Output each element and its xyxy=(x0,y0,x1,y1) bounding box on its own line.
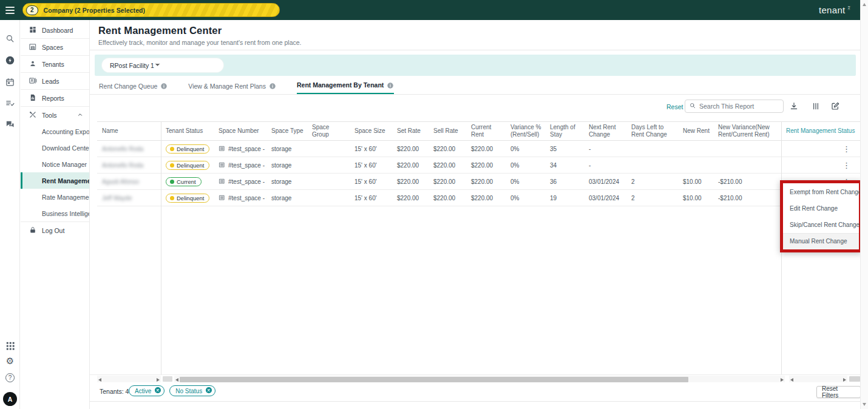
center-scrollbar[interactable] xyxy=(174,376,785,382)
filter-chips: ActiveNo Status xyxy=(129,385,215,396)
tab-rent-management-by-tenant[interactable]: Rent Management By Tenant xyxy=(297,81,394,95)
columns-icon[interactable] xyxy=(811,101,821,111)
reset-filters-button[interactable]: Reset Filters xyxy=(816,386,861,398)
apps-grid-icon[interactable] xyxy=(5,340,15,351)
cell-set_rate: $220.00 xyxy=(392,190,429,206)
cell-space_type: storage xyxy=(266,174,307,189)
cell-space_group xyxy=(307,157,350,173)
report-search-input[interactable] xyxy=(699,103,779,110)
scrollbar-thumb[interactable] xyxy=(849,376,860,382)
column-header-next_rent_change[interactable]: Next Rent Change xyxy=(584,122,626,140)
company-property-selector[interactable]: 2 Company (2 Properties Selected) xyxy=(22,3,280,17)
reset-link[interactable]: Reset xyxy=(666,103,683,110)
column-header-days_left[interactable]: Days Left to Rent Change xyxy=(626,122,678,140)
sidebar-item-rent-management[interactable]: Rent Management xyxy=(21,172,89,189)
sidebar-item-rate-management[interactable]: Rate Management xyxy=(21,189,89,205)
sidebar-item-spaces[interactable]: Spaces xyxy=(21,39,89,55)
status-badge: Delinquent xyxy=(166,161,209,170)
cell-next_rent_change: - xyxy=(584,157,626,173)
cell-current_rent: $220.00 xyxy=(466,190,506,206)
table-row: Jeff WaydeDelinquent#test_space - 6stora… xyxy=(97,190,860,206)
report-search-box[interactable] xyxy=(685,100,784,113)
sidebar-item-notice-manager[interactable]: Notice Manager xyxy=(21,156,89,172)
column-header-name[interactable]: Name xyxy=(97,122,161,140)
sidebar-item-tools[interactable]: Tools xyxy=(21,107,89,123)
column-header-variance[interactable]: Variance % (Rent/Sell) xyxy=(506,122,545,140)
top-bar: 2 Company (2 Properties Selected) tenant… xyxy=(0,0,860,20)
menu-item-manual-rent-change[interactable]: Manual Rent Change xyxy=(783,233,859,249)
tenants-table: NameTenant StatusSpace NumberSpace TypeS… xyxy=(97,121,860,206)
column-header-new_variance[interactable]: New Variance(New Rent/Current Rent) xyxy=(713,122,781,140)
column-header-space_size[interactable]: Space Size xyxy=(350,122,392,140)
status-badge: Delinquent xyxy=(166,194,209,203)
column-header-current_rent[interactable]: Current Rent xyxy=(466,122,506,140)
facility-dropdown-value: RPost Facility 1 xyxy=(110,62,154,69)
status-badge: Current xyxy=(166,177,202,186)
cell-current_rent: $220.00 xyxy=(466,157,506,173)
cell-status: Current xyxy=(161,174,214,189)
chip-remove-icon[interactable] xyxy=(154,387,161,395)
column-header-rms[interactable]: Rent Management Status xyxy=(781,122,860,140)
cell-status: Delinquent xyxy=(161,141,214,157)
page-vertical-scrollbar[interactable] xyxy=(860,0,868,409)
sidebar-item-dashboard[interactable]: Dashboard xyxy=(21,22,89,38)
filter-chip-active[interactable]: Active xyxy=(129,385,164,396)
menu-item-edit-rent-change[interactable]: Edit Rent Change xyxy=(783,200,859,217)
sidebar-item-accounting-export[interactable]: Accounting Export xyxy=(21,123,89,140)
sidebar-item-leads[interactable]: Leads xyxy=(21,73,89,89)
help-icon[interactable]: ? xyxy=(5,373,15,382)
storage-unit-icon xyxy=(219,194,228,202)
scrollbar-corner[interactable] xyxy=(163,376,172,382)
filter-chip-no-status[interactable]: No Status xyxy=(169,385,215,396)
column-header-length_of_stay[interactable]: Length of Stay xyxy=(545,122,584,140)
facility-dropdown[interactable]: RPost Facility 1 xyxy=(102,58,223,72)
messages-chat-icon[interactable] xyxy=(5,120,15,130)
cell-space_group xyxy=(307,174,350,189)
quick-actions-bolt-icon[interactable] xyxy=(5,55,15,66)
hamburger-menu-icon[interactable] xyxy=(0,7,20,14)
left-pinned-scrollbar[interactable] xyxy=(97,376,161,382)
settings-gear-icon[interactable]: ⚙ xyxy=(5,356,15,367)
sidebar-item-log-out[interactable]: Log Out xyxy=(21,222,89,238)
info-icon xyxy=(160,82,168,90)
scroll-down-arrow[interactable] xyxy=(863,403,866,406)
kebab-menu-icon[interactable]: ⋮ xyxy=(843,145,860,153)
kebab-menu-icon[interactable]: ⋮ xyxy=(843,161,860,169)
cell-name: Antonello Roda xyxy=(97,141,161,157)
edit-icon[interactable] xyxy=(830,101,840,111)
tab-rent-change-queue[interactable]: Rent Change Queue xyxy=(99,81,168,95)
info-icon xyxy=(387,81,394,89)
cell-length_of_stay: 35 xyxy=(545,141,584,157)
chip-remove-icon[interactable] xyxy=(205,387,212,395)
search-icon[interactable] xyxy=(5,33,15,44)
sidebar-item-business-intelligen-[interactable]: Business Intelligen... xyxy=(21,205,89,221)
column-header-space_group[interactable]: Space Group xyxy=(307,122,350,140)
column-header-set_rate[interactable]: Set Rate xyxy=(392,122,429,140)
cell-space_size: 15' x 60' xyxy=(350,141,392,157)
sidebar-item-download-center[interactable]: Download Center xyxy=(21,140,89,156)
scroll-up-arrow[interactable] xyxy=(863,3,866,6)
tab-view-manage-rent-plans[interactable]: View & Manage Rent Plans xyxy=(188,81,276,95)
column-header-sell_rate[interactable]: Sell Rate xyxy=(429,122,466,140)
column-header-new_rent[interactable]: New Rent xyxy=(678,122,713,140)
right-pinned-scrollbar[interactable] xyxy=(789,376,847,382)
column-header-space_number[interactable]: Space Number xyxy=(214,122,266,140)
cell-days_left: 2 xyxy=(626,174,678,189)
download-icon[interactable] xyxy=(789,101,799,111)
cell-space_type: storage xyxy=(266,190,307,206)
pinned-left-divider xyxy=(161,121,161,374)
column-header-space_type[interactable]: Space Type xyxy=(266,122,307,140)
user-avatar[interactable]: A xyxy=(3,392,17,406)
column-header-status[interactable]: Tenant Status xyxy=(161,122,214,140)
tasks-checklist-icon[interactable] xyxy=(5,98,15,109)
cell-sell_rate: $220.00 xyxy=(429,157,466,173)
menu-item-exempt-from-rent-change[interactable]: Exempt from Rent Change xyxy=(783,184,859,200)
cell-variance: 0% xyxy=(506,157,545,173)
cell-space_group xyxy=(307,141,350,157)
page-subtitle: Effectively track, monitor and manage yo… xyxy=(98,39,301,46)
cell-new_rent: $10.00 xyxy=(678,174,713,189)
menu-item-skip-cancel-rent-change[interactable]: Skip/Cancel Rent Change xyxy=(783,217,859,233)
sidebar-item-reports[interactable]: Reports xyxy=(21,90,89,106)
sidebar-item-tenants[interactable]: Tenants xyxy=(21,56,89,72)
calendar-icon[interactable] xyxy=(5,77,15,87)
